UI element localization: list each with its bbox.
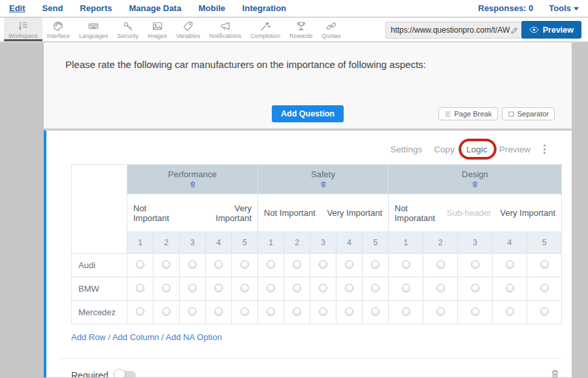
radio-button[interactable] [293,284,301,292]
column-group-safety: Safety [258,165,389,194]
radio-button[interactable] [471,307,480,316]
radio-button[interactable] [214,284,223,292]
radio-button[interactable] [240,284,249,292]
radio-button[interactable] [345,260,353,269]
add-row-link[interactable]: Add Row [71,332,106,342]
subheader-performance[interactable]: Not ImportantVery Important [127,194,258,232]
radio-button[interactable] [293,260,301,269]
more-options-icon[interactable] [542,143,547,155]
tag-icon [182,20,194,32]
add-question-button[interactable]: Add Question [272,105,344,122]
radio-button[interactable] [162,307,171,316]
nav-mobile[interactable]: Mobile [199,3,225,13]
keyboard-icon [88,20,99,32]
radio-button[interactable] [188,307,197,316]
add-na-option-link[interactable]: Add NA Option [166,332,222,342]
row-label-mercedez[interactable]: Mercedez [72,301,127,324]
tool-notifications[interactable]: Notifications [204,18,246,41]
radio-button[interactable] [540,307,549,316]
nav-reports[interactable]: Reports [80,3,112,13]
radio-button[interactable] [345,307,353,316]
radio-button[interactable] [214,260,223,269]
radio-button[interactable] [136,307,144,316]
radio-button[interactable] [267,260,275,269]
delete-group-icon[interactable] [319,180,327,188]
radio-button[interactable] [319,307,327,316]
radio-button[interactable] [540,284,549,292]
radio-button[interactable] [506,284,514,292]
radio-button[interactable] [371,260,380,269]
delete-question-button[interactable] [550,368,560,377]
nav-edit[interactable]: Edit [9,3,25,13]
delete-group-icon[interactable] [471,180,479,188]
action-copy[interactable]: Copy [434,145,455,154]
tool-variables[interactable]: Variables [171,18,204,41]
page-break-icon [444,111,451,118]
tool-quotas[interactable]: Quotas [317,18,345,41]
tool-security[interactable]: Security [112,18,143,41]
nav-send[interactable]: Send [42,3,63,13]
scale-label: 4 [206,232,232,254]
delete-group-icon[interactable] [189,180,197,188]
radio-button[interactable] [540,260,549,269]
responses-count: Responses: 0 [478,3,534,13]
radio-button[interactable] [293,307,301,316]
scale-label: 3 [310,232,336,254]
radio-button[interactable] [345,284,353,292]
edit-pencil-icon[interactable] [510,26,519,35]
subheader-design[interactable]: Not ImporatantSub-headerVery Important [389,194,562,232]
survey-url-field[interactable]: https://www.questionpro.com/t/AW22ZcC [385,22,524,39]
radio-button[interactable] [162,260,171,269]
scale-label: 1 [389,232,423,254]
radio-button[interactable] [319,284,327,292]
tool-languages[interactable]: Languages [74,18,113,41]
radio-button[interactable] [188,284,197,292]
radio-button[interactable] [402,284,410,292]
radio-button[interactable] [240,260,249,269]
footer-divider [59,358,561,359]
separator-button[interactable]: Separator [502,107,555,120]
radio-button[interactable] [402,307,410,316]
action-preview[interactable]: Preview [499,145,531,154]
radio-button[interactable] [371,307,380,316]
radio-button[interactable] [188,260,197,269]
eye-icon [529,25,539,35]
radio-button[interactable] [214,307,223,316]
radio-button[interactable] [402,260,410,269]
radio-button[interactable] [436,260,445,269]
radio-button[interactable] [162,284,171,292]
action-settings[interactable]: Settings [390,145,422,154]
radio-button[interactable] [240,307,249,316]
required-toggle[interactable] [115,371,136,378]
tools-menu[interactable]: Tools [549,3,579,13]
megaphone-icon [220,20,231,32]
row-label-bmw[interactable]: BMW [72,277,127,301]
radio-button[interactable] [436,307,445,316]
radio-button[interactable] [506,307,514,316]
radio-button[interactable] [136,260,144,269]
radio-button[interactable] [471,284,480,292]
nav-manage-data[interactable]: Manage Data [129,3,181,13]
tool-rewards[interactable]: Rewards [285,18,318,41]
page-break-button[interactable]: Page Break [438,107,497,120]
question-text[interactable]: Please rate the following car manufactur… [44,43,572,70]
action-logic[interactable]: Logic [466,145,487,154]
preview-button[interactable]: Preview [521,21,581,39]
table-row: BMW [72,277,562,301]
radio-button[interactable] [471,260,480,269]
tool-interface[interactable]: Interface [42,18,74,41]
radio-button[interactable] [267,307,275,316]
tool-workspace[interactable]: Workspace [4,18,42,41]
row-label-audi[interactable]: Audi [72,254,127,277]
radio-button[interactable] [436,284,445,292]
subheader-safety[interactable]: Not ImportantVery Important [258,194,389,232]
tool-completion[interactable]: Completion [246,18,285,41]
tool-images[interactable]: Images [143,18,172,41]
radio-button[interactable] [506,260,514,269]
radio-button[interactable] [267,284,275,292]
radio-button[interactable] [371,284,380,292]
radio-button[interactable] [136,284,144,292]
nav-integration[interactable]: Integration [242,3,286,13]
add-column-link[interactable]: Add Column [112,332,159,342]
radio-button[interactable] [319,260,327,269]
